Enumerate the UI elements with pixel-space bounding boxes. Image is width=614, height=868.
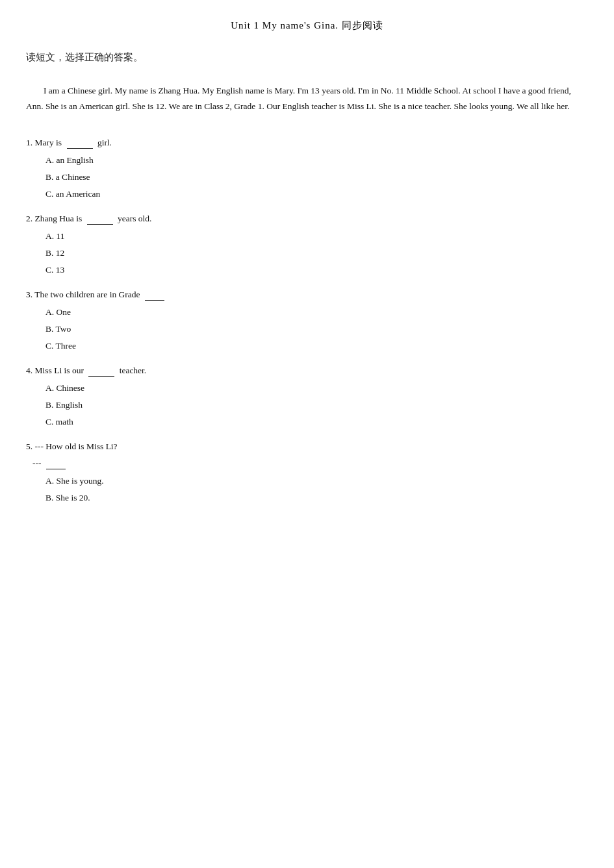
question-2-stem: 2. Zhang Hua is years old.: [26, 214, 588, 225]
passage: I am a Chinese girl. My name is Zhang Hu…: [26, 83, 588, 115]
question-3-stem: 3. The two children are in Grade: [26, 290, 588, 301]
question-3-option-c[interactable]: C. Three: [45, 341, 588, 351]
question-3-option-a[interactable]: A. One: [45, 307, 588, 317]
question-4-option-b[interactable]: B. English: [45, 400, 588, 410]
questions-section: 1. Mary is girl. A. an English B. a Chin…: [26, 138, 588, 503]
question-4-option-c[interactable]: C. math: [45, 417, 588, 427]
question-3-option-b[interactable]: B. Two: [45, 324, 588, 334]
question-1-option-c[interactable]: C. an American: [45, 189, 588, 199]
question-5-option-b[interactable]: B. She is 20.: [45, 493, 588, 503]
question-2-option-a[interactable]: A. 11: [45, 231, 588, 242]
instruction: 读短文，选择正确的答案。: [26, 51, 588, 64]
question-3: 3. The two children are in Grade A. One …: [26, 290, 588, 351]
question-5-sub-stem: ---: [32, 458, 588, 469]
question-2-option-c[interactable]: C. 13: [45, 265, 588, 275]
question-2: 2. Zhang Hua is years old. A. 11 B. 12 C…: [26, 214, 588, 275]
question-4-option-a[interactable]: A. Chinese: [45, 383, 588, 393]
question-1-option-a[interactable]: A. an English: [45, 155, 588, 166]
question-1-stem: 1. Mary is girl.: [26, 138, 588, 149]
question-5: 5. --- How old is Miss Li? --- A. She is…: [26, 441, 588, 503]
question-4-stem: 4. Miss Li is our teacher.: [26, 366, 588, 377]
page-title: Unit 1 My name's Gina. 同步阅读: [26, 19, 588, 32]
question-1: 1. Mary is girl. A. an English B. a Chin…: [26, 138, 588, 199]
question-4: 4. Miss Li is our teacher. A. Chinese B.…: [26, 366, 588, 427]
question-2-option-b[interactable]: B. 12: [45, 248, 588, 258]
question-1-option-b[interactable]: B. a Chinese: [45, 172, 588, 182]
question-5-stem: 5. --- How old is Miss Li?: [26, 441, 588, 452]
question-5-option-a[interactable]: A. She is young.: [45, 476, 588, 486]
